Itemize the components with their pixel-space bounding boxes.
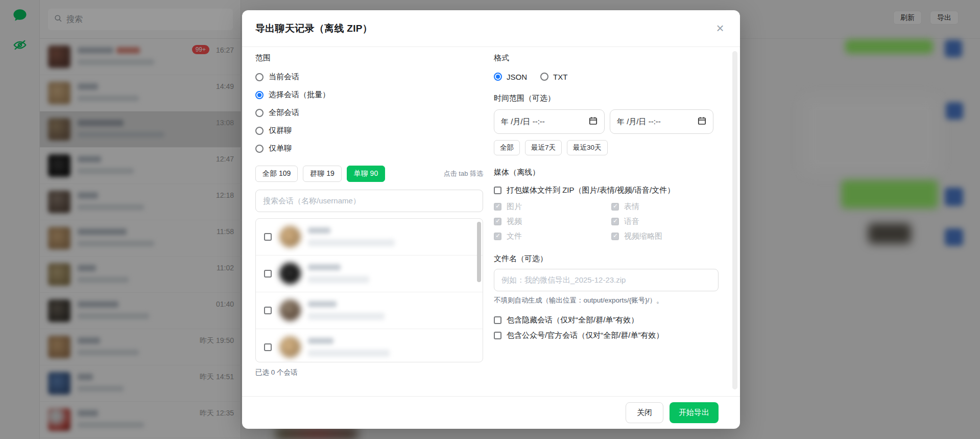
conversation-checkbox[interactable] bbox=[264, 307, 272, 314]
calendar-icon[interactable] bbox=[589, 117, 597, 127]
close-button[interactable]: 关闭 bbox=[626, 402, 663, 423]
conversation-row[interactable] bbox=[256, 256, 483, 292]
scope-section: 范围 当前会话 选择会话（批量） 全部会话 仅群聊 仅单聊 bbox=[255, 53, 483, 377]
media-label: 媒体（离线） bbox=[494, 168, 719, 177]
calendar-icon[interactable] bbox=[698, 117, 706, 127]
radio-all-conversations[interactable]: 全部会话 bbox=[255, 104, 483, 122]
tab-singles[interactable]: 单聊 90 bbox=[347, 166, 385, 182]
time-presets: 全部 最近7天 最近30天 bbox=[494, 140, 719, 155]
conversation-checkbox[interactable] bbox=[264, 270, 272, 278]
radio-icon bbox=[255, 109, 264, 117]
preset-30days-button[interactable]: 最近30天 bbox=[567, 140, 608, 155]
checkbox-checked-disabled-icon bbox=[494, 233, 501, 240]
conversation-row[interactable] bbox=[256, 292, 483, 329]
checkbox-checked-disabled-icon bbox=[611, 218, 619, 225]
avatar bbox=[279, 263, 301, 284]
options-section: 格式 JSON TXT 时间范围（可选） 年 /月/日 --:-- bbox=[494, 53, 719, 343]
filename-input[interactable]: 例如：我的微信导出_2025-12-23.zip bbox=[494, 269, 719, 291]
app-window: 搜索 99+ 16:27 14:49 13:08 12:47 bbox=[0, 0, 980, 439]
dialog-header: 导出聊天记录（离线 ZIP） × bbox=[242, 10, 740, 47]
conversation-checkbox[interactable] bbox=[264, 233, 272, 241]
checkbox-icon bbox=[494, 332, 501, 339]
start-export-button[interactable]: 开始导出 bbox=[670, 402, 719, 423]
checkbox-checked-disabled-icon bbox=[611, 203, 619, 211]
radio-icon bbox=[255, 73, 264, 81]
selected-count: 已选 0 个会话 bbox=[255, 368, 483, 377]
time-range-label: 时间范围（可选） bbox=[494, 94, 719, 103]
media-option-images: 图片 bbox=[494, 201, 611, 212]
checkbox-icon bbox=[494, 187, 501, 194]
dialog-title: 导出聊天记录（离线 ZIP） bbox=[255, 22, 372, 35]
media-option-video-thumbnails: 视频缩略图 bbox=[611, 230, 719, 242]
preset-all-button[interactable]: 全部 bbox=[494, 140, 520, 155]
filter-tabs: 全部 109 群聊 19 单聊 90 点击 tab 筛选 bbox=[255, 166, 483, 182]
conversation-search-input[interactable]: 搜索会话（名称/username） bbox=[255, 190, 483, 212]
media-option-files: 文件 bbox=[494, 230, 611, 242]
media-sub-options: 图片 表情 视频 语音 文件 bbox=[494, 201, 719, 242]
checkbox-checked-disabled-icon bbox=[611, 233, 619, 240]
filename-hint: 不填则自动生成（输出位置：output/exports/{账号}/）。 bbox=[494, 296, 719, 305]
radio-format-json[interactable]: JSON bbox=[494, 73, 527, 81]
filename-placeholder: 例如：我的微信导出_2025-12-23.zip bbox=[501, 275, 626, 285]
tab-groups[interactable]: 群聊 19 bbox=[303, 166, 341, 182]
radio-icon bbox=[255, 145, 264, 153]
radio-current-conversation[interactable]: 当前会话 bbox=[255, 68, 483, 86]
radio-format-txt[interactable]: TXT bbox=[540, 73, 567, 81]
radio-icon-checked bbox=[255, 91, 264, 99]
media-option-stickers: 表情 bbox=[611, 201, 719, 212]
conversation-search-placeholder: 搜索会话（名称/username） bbox=[263, 196, 361, 206]
export-dialog: 导出聊天记录（离线 ZIP） × 范围 当前会话 选择会话（批量） 全部会话 仅… bbox=[242, 10, 740, 429]
radio-select-conversations[interactable]: 选择会话（批量） bbox=[255, 86, 483, 104]
preset-7days-button[interactable]: 最近7天 bbox=[525, 140, 562, 155]
include-official-option[interactable]: 包含公众号/官方会话（仅对“全部/群/单”有效） bbox=[494, 328, 719, 343]
radio-singles-only[interactable]: 仅单聊 bbox=[255, 140, 483, 157]
conversation-checkbox[interactable] bbox=[264, 343, 272, 351]
radio-icon bbox=[255, 127, 264, 135]
end-datetime-input[interactable]: 年 /月/日 --:-- bbox=[610, 109, 713, 134]
dialog-footer: 关闭 开始导出 bbox=[242, 396, 740, 429]
radio-groups-only[interactable]: 仅群聊 bbox=[255, 122, 483, 140]
conversation-row[interactable] bbox=[256, 219, 483, 256]
format-label: 格式 bbox=[494, 53, 719, 63]
conversation-row[interactable] bbox=[256, 329, 483, 362]
include-hidden-option[interactable]: 包含隐藏会话（仅对“全部/群/单”有效） bbox=[494, 312, 719, 328]
avatar bbox=[279, 226, 301, 247]
media-option-videos: 视频 bbox=[494, 216, 611, 227]
tab-all[interactable]: 全部 109 bbox=[255, 166, 298, 182]
radio-icon bbox=[540, 73, 548, 81]
checkbox-checked-disabled-icon bbox=[494, 203, 501, 211]
format-options: JSON TXT bbox=[494, 68, 719, 85]
start-datetime-input[interactable]: 年 /月/日 --:-- bbox=[494, 109, 605, 134]
extra-options: 包含隐藏会话（仅对“全部/群/单”有效） 包含公众号/官方会话（仅对“全部/群/… bbox=[494, 312, 719, 343]
tabs-hint: 点击 tab 筛选 bbox=[444, 169, 483, 178]
radio-icon-checked bbox=[494, 73, 502, 81]
filename-label: 文件名（可选） bbox=[494, 254, 719, 264]
list-scrollbar[interactable] bbox=[477, 222, 481, 282]
time-range-inputs: 年 /月/日 --:-- 年 /月/日 --:-- bbox=[494, 109, 719, 134]
close-icon[interactable]: × bbox=[711, 19, 729, 37]
dialog-scrollbar[interactable] bbox=[732, 51, 737, 389]
conversation-list bbox=[255, 218, 483, 362]
checkbox-checked-disabled-icon bbox=[494, 218, 501, 225]
avatar bbox=[279, 336, 301, 358]
media-option-voice: 语音 bbox=[611, 216, 719, 227]
pack-media-option[interactable]: 打包媒体文件到 ZIP（图片/表情/视频/语音/文件） bbox=[494, 182, 719, 198]
avatar bbox=[279, 299, 301, 321]
checkbox-icon bbox=[494, 316, 501, 324]
scope-label: 范围 bbox=[255, 53, 483, 63]
